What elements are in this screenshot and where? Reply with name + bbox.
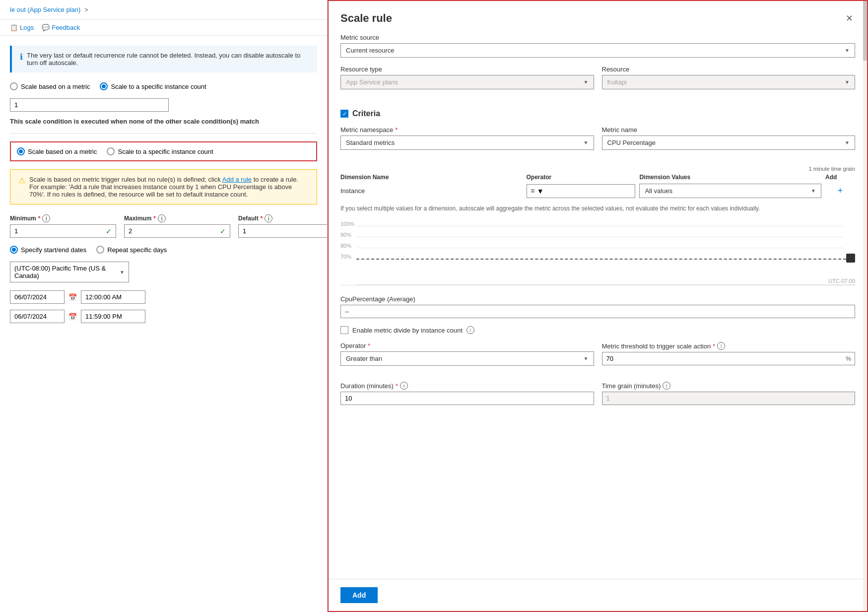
radio-circle-count-1 [100, 82, 108, 90]
dimension-data-row: Instance = ▼ All values ▼ + [340, 184, 855, 198]
resource-row: Resource type App Service plans ▼ Resour… [340, 66, 855, 97]
maximum-input[interactable]: 2 [125, 225, 216, 237]
scale-based-metric-radio-1[interactable]: Scale based on a metric [10, 82, 90, 90]
maximum-check-icon: ✓ [216, 227, 230, 235]
minimum-required-star: * [38, 215, 41, 222]
default-input-wrapper: 1 ✓ [238, 224, 327, 238]
scale-based-metric-radio-2[interactable]: Scale based on a metric [17, 147, 97, 155]
scrollbar-thumb[interactable] [863, 1, 867, 61]
dialog-title: Scale rule [340, 12, 392, 25]
default-info-icon[interactable]: i [265, 214, 272, 222]
enable-metric-divide-checkbox[interactable] [340, 326, 348, 334]
metric-display-input[interactable]: -- [340, 305, 855, 318]
maximum-info-icon[interactable]: i [158, 214, 166, 222]
add-rule-link[interactable]: Add a rule [222, 176, 252, 183]
default-required-star: * [261, 215, 263, 222]
maximum-field-group: Maximum * i 2 ✓ [124, 214, 230, 238]
dimension-add-button[interactable]: + [825, 186, 855, 196]
breadcrumb-link[interactable]: le out (App Service plan) [10, 6, 80, 13]
repeat-days-label: Repeat specific days [107, 246, 167, 254]
operator-value: Greater than [346, 355, 584, 362]
dimension-values-select[interactable]: All values ▼ [639, 184, 821, 198]
aggregate-info: If you select multiple values for a dime… [340, 204, 855, 213]
add-rule-button[interactable]: Add [340, 587, 378, 603]
metric-threshold-input[interactable]: 70 [602, 352, 856, 365]
instance-count-input[interactable]: 1 [10, 98, 169, 112]
scale-option-group-2: Scale based on a metric Scale to a speci… [10, 141, 317, 161]
specify-dates-radio[interactable]: Specify start/end dates [10, 246, 86, 254]
start-date-input[interactable]: 06/07/2024 [10, 290, 65, 304]
time-grain-section: Time grain (minutes) i 1 [602, 382, 856, 405]
warning-text: Scale is based on metric trigger rules b… [29, 176, 309, 198]
close-button[interactable]: ✕ [844, 11, 855, 26]
logs-label: Logs [20, 24, 34, 31]
resource-type-section: Resource type App Service plans ▼ [340, 66, 594, 89]
logs-icon: 📋 [10, 24, 18, 31]
end-date-input[interactable]: 06/07/2024 [10, 310, 65, 323]
metric-source-value: Current resource [346, 47, 845, 54]
timezone-select[interactable]: (UTC-08:00) Pacific Time (US & Canada) ▼ [10, 262, 129, 282]
specify-dates-circle [10, 246, 18, 254]
criteria-check-mark: ✓ [342, 111, 347, 117]
time-grain-info[interactable]: i [663, 382, 670, 390]
end-time-input[interactable]: 11:59:00 PM [81, 310, 145, 323]
metric-name-select[interactable]: CPU Percentage ▼ [602, 136, 856, 150]
repeat-days-radio[interactable]: Repeat specific days [96, 246, 167, 254]
duration-section: Duration (minutes) * i 10 [340, 382, 594, 405]
metric-threshold-wrapper: 70 % [602, 352, 856, 365]
metric-threshold-info[interactable]: i [717, 342, 725, 350]
start-date-row: 06/07/2024 📅 12:00:00 AM [10, 290, 317, 304]
default-input[interactable]: 1 [239, 225, 327, 237]
start-time-input[interactable]: 12:00:00 AM [81, 290, 145, 304]
info-message-box: ℹ The very last or default recurrence ru… [10, 46, 317, 72]
duration-timegrain-row: Duration (minutes) * i 10 Time grain (mi… [340, 382, 855, 413]
resource-type-select[interactable]: App Service plans ▼ [340, 75, 594, 89]
chart-dashed-70 [356, 259, 851, 260]
metric-source-label: Metric source [340, 34, 855, 41]
start-date-calendar-icon[interactable]: 📅 [68, 293, 77, 301]
minimum-info-icon[interactable]: i [42, 214, 50, 222]
scale-to-count-radio-1[interactable]: Scale to a specific instance count [100, 82, 206, 90]
dimension-instance-name: Instance [340, 187, 523, 195]
left-content: ℹ The very last or default recurrence ru… [0, 36, 327, 612]
duration-input[interactable]: 10 [340, 392, 594, 405]
enable-metric-divide-row: Enable metric divide by instance count i [340, 326, 855, 334]
resource-select[interactable]: fruitapi ▼ [602, 75, 856, 89]
scale-based-metric-label-2: Scale based on a metric [28, 148, 97, 155]
metric-name-section: Metric name CPU Percentage ▼ [602, 126, 856, 150]
scale-to-count-radio-2[interactable]: Scale to a specific instance count [107, 147, 213, 155]
logs-button[interactable]: 📋 Logs [10, 24, 34, 31]
metric-name-label: Metric name [602, 126, 856, 134]
operator-select[interactable]: Greater than ▼ [340, 351, 594, 366]
enable-metric-divide-info[interactable]: i [467, 326, 474, 334]
duration-info[interactable]: i [400, 382, 408, 390]
dimension-values-header: Dimension Values [639, 174, 821, 181]
timezone-text: (UTC-08:00) Pacific Time (US & Canada) [14, 265, 120, 279]
minimum-input[interactable]: 1 [10, 225, 102, 237]
dimension-operator-select[interactable]: = ▼ [527, 184, 636, 198]
dimension-table-header: Dimension Name Operator Dimension Values… [340, 174, 855, 181]
scrollbar-track[interactable] [863, 1, 867, 611]
info-message-text: The very last or default recurrence rule… [27, 52, 309, 67]
toolbar: 📋 Logs 💬 Feedback [0, 20, 327, 36]
metric-namespace-required: * [395, 126, 398, 134]
scale-condition-note: This scale condition is executed when no… [10, 118, 317, 125]
timezone-dropdown-arrow: ▼ [120, 270, 125, 275]
criteria-checkbox[interactable]: ✓ [340, 110, 348, 118]
breadcrumb: le out (App Service plan) > [0, 0, 327, 20]
criteria-title: Criteria [352, 109, 380, 118]
chart-label-80: 80% [340, 243, 351, 249]
radio-circle-metric-2 [17, 147, 25, 155]
dialog-footer: Add [329, 579, 867, 611]
chart-threshold-marker [846, 254, 855, 263]
feedback-button[interactable]: 💬 Feedback [42, 24, 80, 31]
metric-source-select[interactable]: Current resource ▼ [340, 43, 855, 58]
metric-threshold-section: Metric threshold to trigger scale action… [602, 342, 856, 366]
end-date-calendar-icon[interactable]: 📅 [68, 313, 77, 321]
metric-namespace-select[interactable]: Standard metrics ▼ [340, 136, 594, 150]
operator-label: Operator * [340, 342, 594, 349]
default-label: Default * i [238, 214, 327, 222]
feedback-label: Feedback [52, 24, 80, 31]
warning-box: ⚠ Scale is based on metric trigger rules… [10, 169, 317, 204]
threshold-percent-label: % [846, 355, 851, 362]
